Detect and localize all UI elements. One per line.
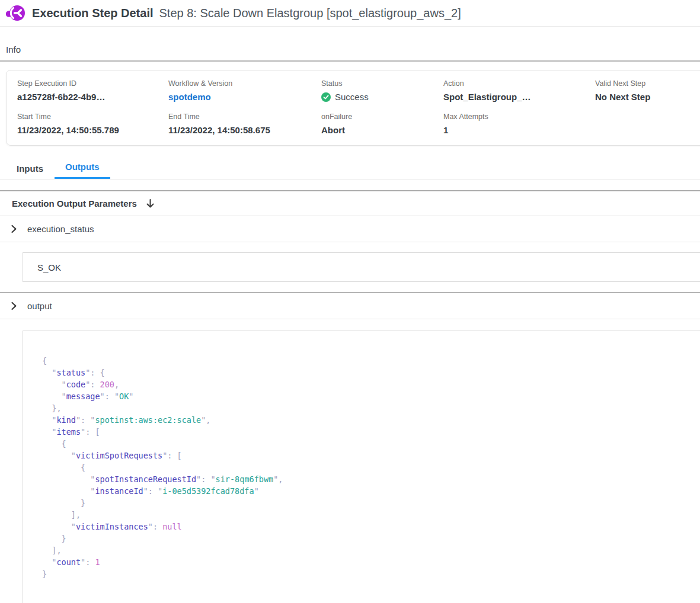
header-titles: Execution Step Detail Step 8: Scale Down…	[32, 7, 461, 20]
field-label: End Time	[168, 113, 321, 121]
output-parameters-header: Execution Output Parameters	[0, 191, 700, 216]
field-max-attempts: Max Attempts 1	[443, 113, 595, 135]
status-badge: Success	[321, 92, 443, 102]
arrow-down-icon[interactable]	[145, 198, 155, 209]
field-label: Start Time	[17, 113, 168, 121]
field-label: Valid Next Step	[595, 79, 700, 88]
field-value: 11/23/2022, 14:50:58.675	[168, 125, 321, 135]
info-section-label: Info	[0, 27, 700, 60]
param-row-execution-status[interactable]: execution_status	[0, 216, 700, 242]
output-parameters-title: Execution Output Parameters	[12, 198, 137, 209]
field-label: Step Execution ID	[17, 79, 168, 88]
field-label: Action	[443, 79, 595, 88]
field-value: 1	[443, 125, 595, 135]
info-divider	[0, 60, 700, 62]
field-action: Action Spot_Elastigroup_…	[443, 79, 595, 102]
param-name: execution_status	[27, 224, 94, 234]
field-workflow-version: Workflow & Version spotdemo	[168, 79, 321, 102]
field-value: 11/23/2022, 14:50:55.789	[17, 125, 168, 135]
chevron-right-icon	[9, 302, 18, 310]
field-status: Status Success	[321, 79, 443, 102]
chevron-right-icon	[9, 224, 18, 233]
tab-outputs[interactable]: Outputs	[55, 158, 110, 179]
page-subtitle: Step 8: Scale Down Elastgroup [spot_elas…	[159, 7, 461, 20]
execution-status-value: S_OK	[37, 262, 61, 272]
field-value: No Next Step	[595, 92, 700, 102]
app-header: Execution Step Detail Step 8: Scale Down…	[0, 0, 700, 27]
workflow-link[interactable]: spotdemo	[168, 92, 321, 102]
field-value: Abort	[321, 125, 443, 135]
field-label: onFailure	[321, 113, 443, 121]
param-row-output[interactable]: output	[0, 293, 700, 319]
field-label: Workflow & Version	[168, 79, 321, 88]
page-title: Execution Step Detail	[32, 7, 154, 20]
execution-status-value-box: S_OK	[23, 252, 700, 282]
field-valid-next-step: Valid Next Step No Next Step	[595, 79, 700, 102]
field-label: Status	[321, 79, 443, 88]
tab-bar: Inputs Outputs	[0, 158, 700, 179]
param-name: output	[27, 301, 52, 311]
tab-inputs[interactable]: Inputs	[17, 160, 43, 179]
status-text: Success	[335, 92, 369, 102]
field-empty	[595, 113, 700, 135]
field-value: a125728f-6b22-4b9…	[17, 92, 168, 102]
field-label: Max Attempts	[443, 113, 595, 121]
field-end-time: End Time 11/23/2022, 14:50:58.675	[168, 113, 321, 135]
info-card: Step Execution ID a125728f-6b22-4b9… Wor…	[6, 70, 700, 146]
check-circle-icon	[321, 92, 331, 102]
field-value: Spot_Elastigroup_…	[443, 92, 595, 102]
field-onfailure: onFailure Abort	[321, 113, 443, 135]
output-json-box: { "status": { "code": 200, "message": "O…	[23, 331, 700, 603]
field-step-execution-id: Step Execution ID a125728f-6b22-4b9…	[17, 79, 168, 102]
output-json-code: { "status": { "code": 200, "message": "O…	[42, 355, 690, 580]
field-start-time: Start Time 11/23/2022, 14:50:55.789	[17, 113, 168, 135]
app-logo-icon	[6, 5, 25, 21]
